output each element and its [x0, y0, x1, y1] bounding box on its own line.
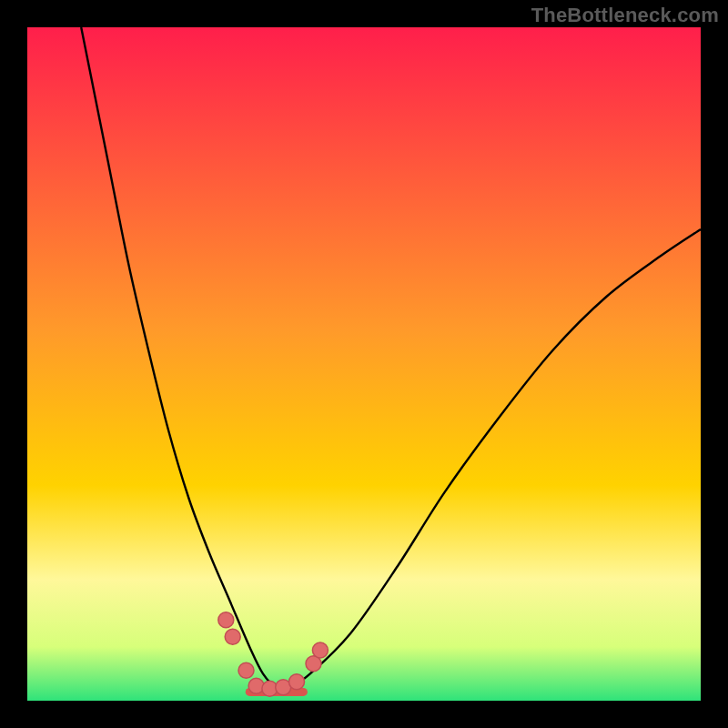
- bottleneck-plot: [27, 27, 701, 701]
- marker-point: [312, 642, 328, 658]
- marker-point: [248, 678, 264, 693]
- chart-frame: TheBottleneck.com: [0, 0, 728, 728]
- marker-point: [289, 674, 305, 690]
- watermark-text: TheBottleneck.com: [531, 4, 719, 27]
- plot-area: [27, 27, 701, 701]
- gradient-background: [27, 27, 701, 701]
- marker-point: [218, 612, 234, 628]
- marker-point: [238, 662, 254, 678]
- marker-point: [225, 629, 240, 644]
